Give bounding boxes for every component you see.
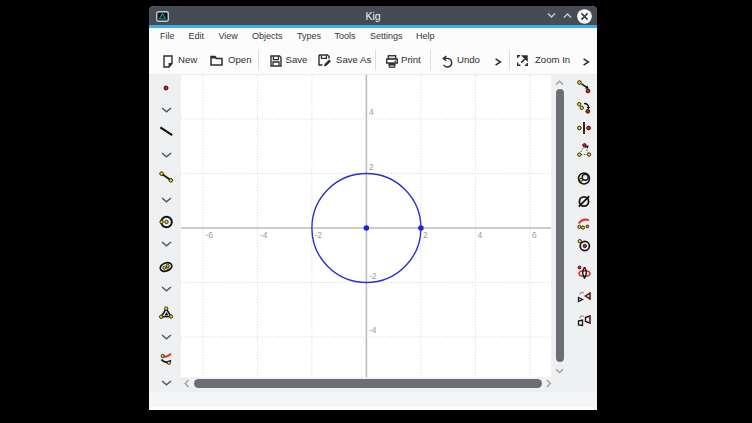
svg-text:2: 2 [369, 162, 374, 172]
svg-text:-4: -4 [369, 325, 377, 335]
svg-text:6: 6 [532, 230, 537, 240]
svg-text:-4: -4 [260, 230, 268, 240]
svg-text:4: 4 [369, 107, 374, 117]
svg-text:4: 4 [478, 230, 483, 240]
svg-text:-2: -2 [315, 230, 323, 240]
svg-text:2: 2 [423, 230, 428, 240]
svg-text:-6: -6 [206, 230, 214, 240]
svg-text:-2: -2 [369, 271, 377, 281]
